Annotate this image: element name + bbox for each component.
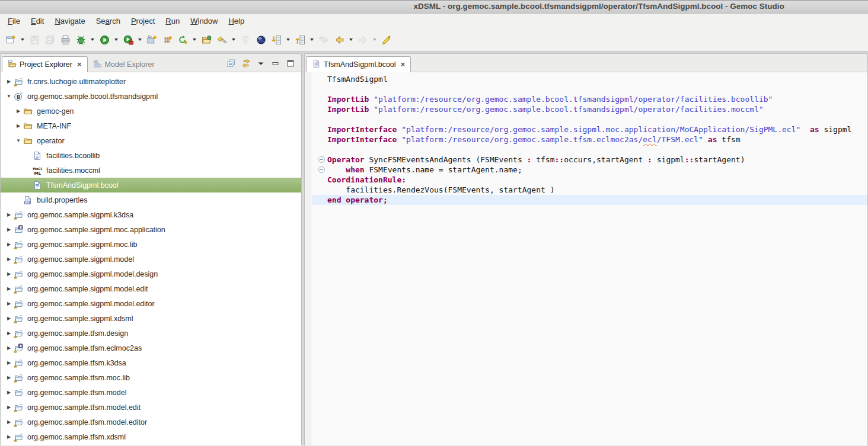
- menu-window[interactable]: Window: [185, 15, 223, 27]
- tree-item-org-gemoc-sample-sigpml-model-edit[interactable]: ▶org.gemoc.sample.sigpml.model.edit: [1, 281, 301, 296]
- grid-plus-icon[interactable]: [159, 32, 175, 47]
- code-line-10[interactable]: when FSMEvents.name = startAgent.name;: [312, 165, 867, 175]
- menu-help[interactable]: Help: [223, 15, 250, 27]
- tree-item-org-gemoc-sample-sigpml-k3dsa[interactable]: ▶org.gemoc.sample.sigpml.k3dsa: [1, 207, 301, 222]
- tree-item-org-gemoc-sample-tfsm-model[interactable]: ▶org.gemoc.sample.tfsm.model: [1, 385, 301, 400]
- code-line-6[interactable]: ImportInterface "platform:/resource/org.…: [312, 124, 867, 134]
- code-line-2[interactable]: [312, 84, 867, 94]
- code-line-1[interactable]: TfsmAndSigpml: [312, 74, 867, 84]
- run-icon[interactable]: [97, 32, 112, 47]
- tree-item-org-gemoc-sample-tfsm-moc-lib[interactable]: ▶org.gemoc.sample.tfsm.moc.lib: [1, 370, 301, 385]
- collapse-arrow-icon[interactable]: ▼: [14, 138, 23, 143]
- expand-arrow-icon[interactable]: ▶: [4, 331, 14, 336]
- refresh-plus-icon[interactable]: [175, 32, 190, 47]
- code-line-12[interactable]: facilities.RendezVous(FSMEvents, startAg…: [312, 185, 867, 195]
- tree-item-meta-inf[interactable]: ▶META-INF: [1, 118, 301, 133]
- minimize-view-icon[interactable]: [271, 59, 280, 68]
- open-folder-icon[interactable]: [199, 32, 214, 47]
- expand-arrow-icon[interactable]: ▶: [4, 390, 14, 395]
- code-line-13[interactable]: end operator;: [312, 195, 867, 205]
- link-with-editor-icon[interactable]: [241, 59, 251, 68]
- collapse-all-icon[interactable]: [226, 59, 236, 68]
- tree-item-org-gemoc-sample-sigpml-model-design[interactable]: ▶org.gemoc.sample.sigpml.model.design: [1, 267, 301, 281]
- expand-arrow-icon[interactable]: ▶: [4, 434, 14, 439]
- tree-item-org-gemoc-sample-tfsm-eclmoc2as[interactable]: ▶Eorg.gemoc.sample.tfsm.eclmoc2as: [1, 341, 301, 355]
- tree-item-org-gemoc-sample-sigpml-xdsml[interactable]: ▶org.gemoc.sample.sigpml.xdsml: [1, 311, 301, 326]
- menu-navigate[interactable]: Navigate: [49, 15, 90, 27]
- tree-item-facilities-bcoollib[interactable]: facilities.bcoollib: [1, 148, 301, 163]
- external-tools-icon[interactable]: [120, 32, 136, 47]
- explorer-tab-model-explorer[interactable]: Model Explorer: [88, 56, 160, 72]
- tree-item-gemoc-gen[interactable]: ▶gemoc-gen: [1, 104, 301, 118]
- tree-item-org-gemoc-sample-tfsm-model-editor[interactable]: ▶org.gemoc.sample.tfsm.model.editor: [1, 415, 301, 429]
- expand-arrow-icon[interactable]: ▶: [4, 79, 14, 84]
- tree-item-operator[interactable]: ▼operator: [1, 133, 301, 148]
- code-line-5[interactable]: [312, 114, 867, 124]
- code-line-7[interactable]: ImportInterface "platform:/resource/org.…: [312, 134, 867, 145]
- back-dropdown[interactable]: [347, 32, 355, 47]
- expand-arrow-icon[interactable]: ▶: [4, 256, 14, 262]
- editor-tab-tfsmandsigpml-bcool[interactable]: TfsmAndSigpml.bcool×: [306, 56, 411, 72]
- flashlight-icon[interactable]: [214, 32, 229, 47]
- expand-arrow-icon[interactable]: ▶: [4, 242, 14, 247]
- code-editor[interactable]: TfsmAndSigpmlImportLib "platform:/resour…: [305, 72, 867, 445]
- expand-arrow-icon[interactable]: ▶: [4, 419, 14, 425]
- code-line-9[interactable]: Operator SyncFSMEventsAndAgents (FSMEven…: [312, 155, 867, 165]
- debug-icon[interactable]: [73, 32, 88, 47]
- expand-arrow-icon[interactable]: ▶: [4, 286, 14, 291]
- next-annotation-icon[interactable]: [269, 32, 284, 47]
- search-dropdown[interactable]: [229, 32, 238, 47]
- tree-item-org-gemoc-sample-sigpml-model-editor[interactable]: ▶org.gemoc.sample.sigpml.model.editor: [1, 296, 301, 311]
- code-line-8[interactable]: [312, 145, 867, 155]
- expand-arrow-icon[interactable]: ▶: [4, 345, 14, 351]
- expand-arrow-icon[interactable]: ▶: [4, 360, 14, 365]
- explorer-tab-project-explorer[interactable]: Project Explorer×: [2, 56, 88, 72]
- next-annotation-dropdown[interactable]: [284, 32, 292, 47]
- debug-dropdown[interactable]: [88, 32, 97, 47]
- new-dropdown[interactable]: [18, 32, 27, 47]
- code-line-11[interactable]: CoordinationRule:: [312, 175, 867, 185]
- tree-item-build-properties[interactable]: 010build.properties: [1, 192, 301, 207]
- menu-project[interactable]: Project: [126, 15, 160, 27]
- tree-item-org-gemoc-sample-sigpml-moc-lib[interactable]: ▶org.gemoc.sample.sigpml.moc.lib: [1, 237, 301, 252]
- tree-item-org-gemoc-sample-tfsm-k3dsa[interactable]: ▶org.gemoc.sample.tfsm.k3dsa: [1, 355, 301, 370]
- menu-search[interactable]: Search: [91, 15, 126, 27]
- tree-item-org-gemoc-sample-tfsm-design[interactable]: ▶org.gemoc.sample.tfsm.design: [1, 326, 301, 341]
- expand-arrow-icon[interactable]: ▶: [4, 375, 14, 380]
- expand-arrow-icon[interactable]: ▶: [4, 316, 14, 321]
- close-icon[interactable]: ×: [77, 60, 82, 68]
- menu-run[interactable]: Run: [160, 15, 185, 27]
- previous-annotation-icon[interactable]: [292, 32, 308, 47]
- close-icon[interactable]: ×: [401, 60, 406, 68]
- tree-item-facilities-moccml[interactable]: MoCCMLfacilities.moccml: [1, 163, 301, 178]
- back-arrow-icon[interactable]: [331, 32, 347, 47]
- expand-arrow-icon[interactable]: ▶: [4, 271, 14, 277]
- tree-item-tfsmandsigpml-bcool[interactable]: TfsmAndSigpml.bcool: [1, 178, 301, 192]
- expand-arrow-icon[interactable]: ▶: [14, 108, 23, 114]
- menu-file[interactable]: File: [2, 15, 25, 27]
- fold-collapse-icon[interactable]: [318, 166, 325, 173]
- highlighter-icon[interactable]: [379, 32, 394, 47]
- expand-arrow-icon[interactable]: ▶: [4, 405, 14, 410]
- tree-item-org-gemoc-sample-sigpml-model[interactable]: ▶org.gemoc.sample.sigpml.model: [1, 252, 301, 267]
- new-wizard-icon[interactable]: [3, 32, 18, 47]
- project-tree[interactable]: ▶fr.cnrs.luchogie.ultimateplotter▼Borg.g…: [1, 72, 301, 445]
- expand-arrow-icon[interactable]: ▶: [4, 301, 14, 306]
- view-menu-icon[interactable]: [256, 59, 266, 68]
- tree-item-org-gemoc-sample-tfsm-xdsml[interactable]: ▶org.gemoc.sample.tfsm.xdsml: [1, 429, 301, 444]
- code-line-3[interactable]: ImportLib "platform:/resource/org.gemoc.…: [312, 94, 867, 104]
- tree-item-org-gemoc-sample-sigpml-moc-application[interactable]: ▶Eorg.gemoc.sample.sigpml.moc.applicatio…: [1, 222, 301, 237]
- menu-edit[interactable]: Edit: [25, 15, 49, 27]
- code-line-4[interactable]: ImportLib "platform:/resource/org.gemoc.…: [312, 104, 867, 114]
- expand-arrow-icon[interactable]: ▶: [4, 227, 14, 232]
- expand-arrow-icon[interactable]: ▶: [14, 123, 23, 129]
- previous-annotation-dropdown[interactable]: [308, 32, 316, 47]
- maximize-view-icon[interactable]: [286, 59, 295, 68]
- fold-collapse-icon[interactable]: [318, 156, 325, 163]
- tree-item-org-gemoc-sample-bcool-tfsmandsigpml[interactable]: ▼Borg.gemoc.sample.bcool.tfsmandsigpml: [1, 89, 301, 104]
- new-representation-icon[interactable]: Gr: [144, 32, 159, 47]
- run-external-tools-dropdown[interactable]: [136, 32, 144, 47]
- tree-item-fr-cnrs-luchogie-ultimateplotter[interactable]: ▶fr.cnrs.luchogie.ultimateplotter: [1, 74, 301, 89]
- expand-arrow-icon[interactable]: ▶: [4, 212, 14, 217]
- tree-item-org-gemoc-sample-tfsm-model-edit[interactable]: ▶org.gemoc.sample.tfsm.model.edit: [1, 400, 301, 415]
